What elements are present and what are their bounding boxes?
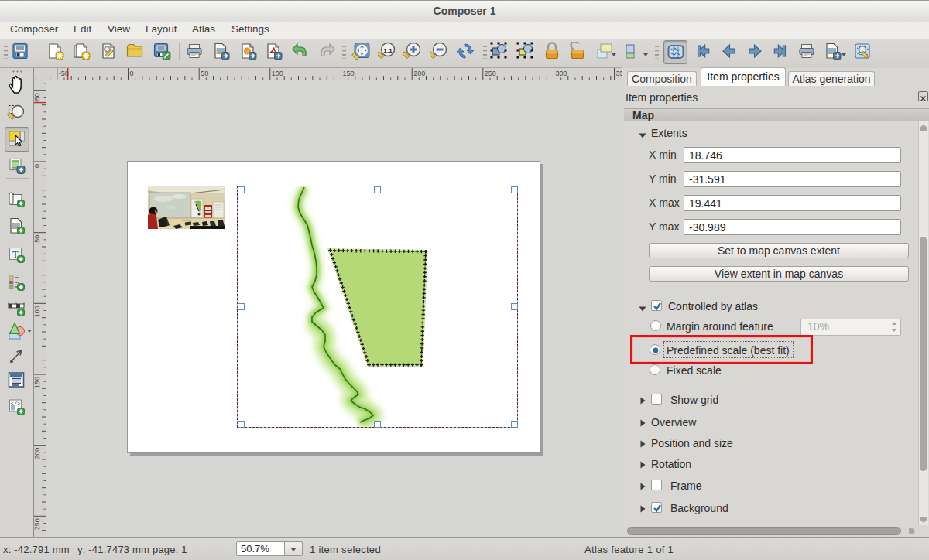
svg-text:</>: </> bbox=[11, 401, 21, 407]
svg-text:-50: -50 bbox=[34, 93, 41, 103]
svg-text:100: 100 bbox=[272, 70, 283, 77]
svg-text:50: 50 bbox=[201, 70, 208, 77]
svg-text:150: 150 bbox=[34, 377, 41, 388]
svg-text:1:1: 1:1 bbox=[383, 47, 393, 54]
svg-text:150: 150 bbox=[343, 70, 355, 77]
svg-text:300: 300 bbox=[556, 70, 567, 77]
svg-text:200: 200 bbox=[413, 70, 425, 77]
svg-text:250: 250 bbox=[34, 518, 41, 530]
svg-text:-50: -50 bbox=[59, 70, 69, 77]
svg-text:0: 0 bbox=[34, 164, 41, 168]
svg-text:50: 50 bbox=[34, 235, 41, 243]
svg-text:200: 200 bbox=[34, 448, 41, 459]
svg-text:250: 250 bbox=[485, 70, 496, 77]
svg-text:0: 0 bbox=[130, 70, 134, 77]
svg-text:350: 350 bbox=[616, 70, 622, 77]
svg-text:100: 100 bbox=[34, 306, 41, 317]
